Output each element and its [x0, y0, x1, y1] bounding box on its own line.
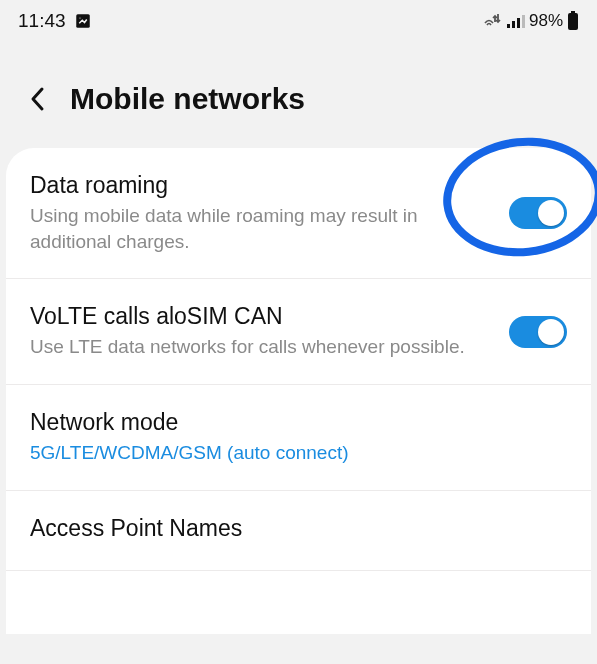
back-button[interactable] — [24, 85, 52, 113]
row-text: Access Point Names — [30, 515, 567, 546]
row-subtitle: Using mobile data while roaming may resu… — [30, 203, 493, 254]
data-roaming-toggle[interactable] — [509, 197, 567, 229]
battery-icon — [567, 11, 579, 31]
page-title: Mobile networks — [70, 82, 305, 116]
svg-rect-7 — [568, 13, 578, 30]
row-partial[interactable]: . — [6, 571, 591, 634]
wifi-data-icon — [483, 13, 503, 29]
svg-point-1 — [78, 17, 81, 20]
svg-rect-2 — [507, 24, 510, 28]
chevron-left-icon — [27, 85, 49, 113]
row-title: VoLTE calls aloSIM CAN — [30, 303, 493, 330]
row-text: . — [30, 595, 567, 626]
row-apn[interactable]: Access Point Names — [6, 491, 591, 571]
image-icon — [74, 12, 92, 30]
page-header: Mobile networks — [0, 42, 597, 148]
row-text: Network mode 5G/LTE/WCDMA/GSM (auto conn… — [30, 409, 567, 466]
row-subtitle: Use LTE data networks for calls whenever… — [30, 334, 493, 360]
status-bar-right: 98% — [483, 11, 579, 31]
volte-toggle[interactable] — [509, 316, 567, 348]
status-time: 11:43 — [18, 10, 66, 32]
row-network-mode[interactable]: Network mode 5G/LTE/WCDMA/GSM (auto conn… — [6, 385, 591, 491]
row-subtitle: 5G/LTE/WCDMA/GSM (auto connect) — [30, 440, 567, 466]
settings-panel: Data roaming Using mobile data while roa… — [6, 148, 591, 634]
signal-icon — [507, 13, 525, 29]
svg-rect-4 — [517, 18, 520, 28]
row-data-roaming[interactable]: Data roaming Using mobile data while roa… — [6, 148, 591, 279]
svg-rect-6 — [571, 11, 575, 13]
status-bar: 11:43 98% — [0, 0, 597, 42]
row-text: Data roaming Using mobile data while roa… — [30, 172, 493, 254]
row-text: VoLTE calls aloSIM CAN Use LTE data netw… — [30, 303, 493, 360]
row-title: Network mode — [30, 409, 567, 436]
battery-percent: 98% — [529, 11, 563, 31]
row-volte[interactable]: VoLTE calls aloSIM CAN Use LTE data netw… — [6, 279, 591, 385]
svg-rect-3 — [512, 21, 515, 28]
row-title: Data roaming — [30, 172, 493, 199]
status-bar-left: 11:43 — [18, 10, 92, 32]
svg-rect-5 — [522, 15, 525, 28]
row-title: Access Point Names — [30, 515, 567, 542]
